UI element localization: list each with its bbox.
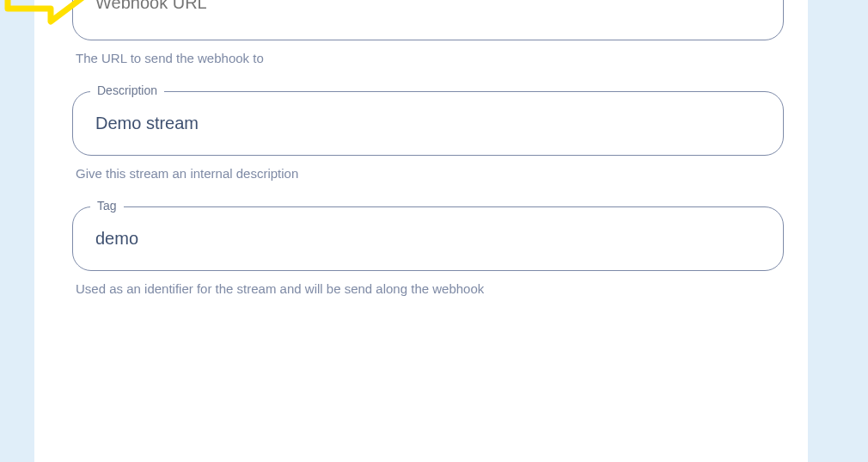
description-helper: Give this stream an internal description (76, 166, 784, 181)
webhook-input-border (72, 0, 784, 40)
tag-input-border: Tag (72, 206, 784, 271)
description-input[interactable] (94, 113, 762, 134)
field-description: Description (72, 91, 784, 156)
tag-input[interactable] (94, 228, 762, 249)
description-input-border: Description (72, 91, 784, 156)
webhook-url-input[interactable] (94, 0, 762, 14)
tag-label: Tag (90, 199, 124, 213)
right-margin (834, 0, 868, 462)
config-card: 2 Stream Configuration Demo Prod The URL… (34, 0, 808, 462)
webhook-helper: The URL to send the webhook to (76, 51, 784, 65)
field-webhook (72, 0, 784, 40)
scroll-viewport[interactable]: 2 Stream Configuration Demo Prod The URL… (0, 0, 834, 462)
tag-helper: Used as an identifier for the stream and… (76, 281, 784, 296)
description-label: Description (90, 83, 164, 97)
field-tag: Tag (72, 206, 784, 271)
